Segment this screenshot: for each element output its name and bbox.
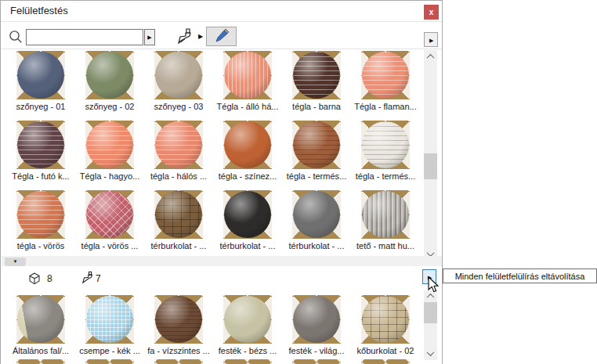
search-icon	[8, 29, 24, 48]
material-tile[interactable]: kőburkolat - 02	[351, 295, 420, 364]
override-count: 7	[96, 273, 101, 284]
material-thumbnail	[85, 190, 134, 239]
material-sphere	[293, 52, 340, 99]
material-tile[interactable]: térburkolat - ...	[144, 190, 213, 260]
material-tile-partial[interactable]	[75, 359, 144, 364]
material-label: Tégla - futó k...	[6, 171, 75, 181]
material-tile[interactable]: tégla - barna	[282, 51, 351, 121]
material-tile[interactable]: tégla - termés...	[282, 121, 351, 190]
material-tile-partial[interactable]	[282, 359, 351, 364]
material-tile[interactable]: szőnyeg - 03	[144, 51, 213, 121]
material-tile[interactable]: tégla - vörös ...	[75, 190, 144, 260]
material-thumbnail	[361, 190, 410, 239]
material-tile-partial[interactable]	[6, 359, 75, 364]
material-label: festék - világ...	[282, 346, 351, 355]
material-sphere	[293, 296, 340, 343]
scroll-up-button[interactable]	[424, 290, 437, 301]
scroll-up-button[interactable]	[424, 50, 437, 63]
brush-dropdown-caret-icon[interactable]: ▶	[198, 33, 203, 40]
material-tile[interactable]: Általános fal/...	[6, 295, 75, 364]
material-tile[interactable]: Tégla - álló há...	[213, 51, 282, 121]
material-label: tégla - színez...	[213, 171, 282, 181]
close-icon[interactable]: x	[424, 5, 439, 20]
material-tile[interactable]: szőnyeg - 01	[6, 51, 75, 121]
material-label: tégla - hálós ...	[144, 171, 213, 181]
titlebar: Felületfestés x	[1, 1, 442, 22]
material-thumbnail	[361, 359, 410, 364]
collapse-handle[interactable]: ▼	[5, 258, 26, 266]
material-tile[interactable]: Tégla - hagyo...	[75, 121, 144, 190]
material-label: fa - vízszintes ...	[144, 346, 213, 355]
material-label: tégla - barna	[282, 102, 351, 111]
material-label: tető - matt hu...	[351, 241, 420, 250]
material-label: festék - bézs ...	[213, 346, 282, 355]
toolbar-separator	[1, 49, 442, 49]
material-label: csempe - kék ...	[75, 346, 144, 355]
material-label: kőburkolat - 02	[351, 346, 420, 355]
material-sphere	[155, 52, 202, 99]
material-tile[interactable]: térburkolat - ...	[213, 190, 282, 260]
search-input[interactable]	[26, 29, 143, 45]
material-tile-partial[interactable]	[213, 359, 282, 364]
material-thumbnail	[85, 295, 134, 344]
pane-divider: ▼	[2, 256, 442, 266]
material-tile[interactable]: szőnyeg - 02	[75, 51, 144, 121]
material-tile[interactable]: tégla - hálós ...	[144, 121, 213, 190]
material-sphere	[17, 296, 64, 343]
material-sphere	[86, 52, 133, 99]
material-sphere	[362, 52, 409, 99]
material-sphere	[293, 191, 340, 238]
object-cube-icon	[27, 272, 42, 289]
material-label: térburkolat - ...	[282, 241, 351, 250]
material-thumbnail	[292, 51, 341, 99]
material-label: Általános fal/...	[6, 346, 75, 355]
material-tile[interactable]: Tégla - futó k...	[6, 121, 75, 190]
material-tile-partial[interactable]	[351, 359, 420, 364]
scroll-thumb[interactable]	[424, 302, 437, 323]
material-sphere	[86, 191, 133, 238]
material-sphere	[224, 121, 271, 168]
material-label: Tégla - álló há...	[213, 102, 282, 111]
panel-options-button[interactable]: ▶	[424, 32, 438, 47]
window-title: Felületfestés	[10, 5, 68, 16]
scrollbar-upper[interactable]	[424, 50, 437, 260]
material-tile[interactable]: tégla - termés...	[351, 121, 420, 190]
scrollbar-lower[interactable]	[424, 290, 437, 360]
scroll-down-button[interactable]	[424, 347, 437, 359]
eyedropper-button[interactable]	[206, 27, 237, 46]
material-thumbnail	[292, 121, 341, 169]
material-thumbnail	[16, 359, 65, 364]
material-tile[interactable]: fa - vízszintes ...	[144, 295, 213, 364]
material-label: Tégla - flaman...	[351, 102, 420, 111]
material-sphere	[224, 52, 271, 99]
material-tile[interactable]: csempe - kék ...	[75, 295, 144, 364]
material-thumbnail	[361, 51, 410, 99]
material-tile[interactable]: tégla - vörös	[6, 190, 75, 260]
material-label: Tégla - hagyo...	[75, 171, 144, 181]
material-thumbnail	[223, 190, 272, 239]
material-thumbnail	[361, 121, 410, 169]
material-tile[interactable]: tető - matt hu...	[351, 190, 420, 260]
material-tile[interactable]: tégla - színez...	[213, 121, 282, 190]
material-grid-next-row-partial	[6, 359, 420, 364]
surface-count: 8	[47, 273, 52, 284]
material-sphere	[362, 191, 409, 238]
material-tile[interactable]: festék - bézs ...	[213, 295, 282, 364]
material-thumbnail	[292, 359, 341, 364]
material-label: szőnyeg - 03	[144, 102, 213, 111]
material-tile-partial[interactable]	[144, 359, 213, 364]
remove-all-overrides-button[interactable]: ▶	[422, 269, 436, 284]
search-dropdown-button[interactable]: ▶	[144, 29, 155, 45]
material-thumbnail	[85, 359, 134, 364]
material-tile[interactable]: Tégla - flaman...	[351, 51, 420, 121]
chevron-down-icon	[427, 348, 435, 356]
material-tile[interactable]: térburkolat - ...	[282, 190, 351, 260]
paintbrush-icon[interactable]	[175, 27, 195, 49]
material-thumbnail	[154, 51, 203, 99]
material-thumbnail	[154, 359, 203, 364]
material-label: térburkolat - ...	[144, 241, 213, 250]
material-tile[interactable]: festék - világ...	[282, 295, 351, 364]
paintbrush-small-icon	[80, 270, 96, 289]
material-label: tégla - termés...	[351, 171, 420, 181]
scroll-thumb[interactable]	[424, 153, 437, 179]
